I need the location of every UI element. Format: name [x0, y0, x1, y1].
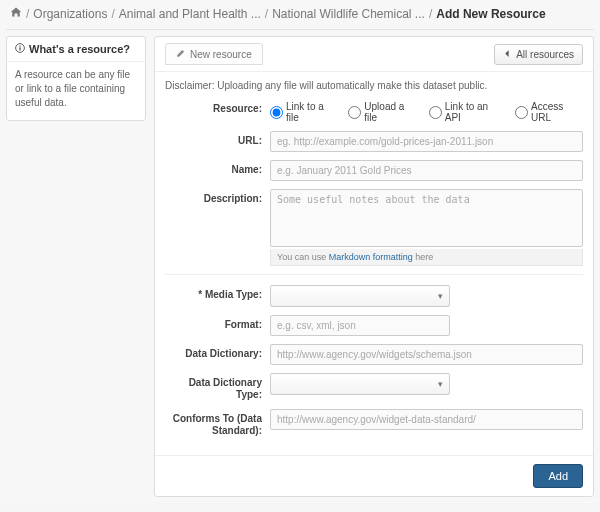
main-panel: New resource All resources Disclaimer: U…: [154, 36, 594, 497]
info-icon: [15, 43, 25, 55]
label-description: Description:: [165, 189, 270, 205]
chevron-down-icon: ▾: [438, 291, 443, 301]
breadcrumb-link[interactable]: National Wildlife Chemical ...: [272, 7, 425, 21]
label-url: URL:: [165, 131, 270, 147]
sidebar-info-box: What's a resource? A resource can be any…: [6, 36, 146, 121]
breadcrumb-sep: /: [429, 7, 432, 21]
sidebar-body: A resource can be any file or link to a …: [7, 62, 145, 120]
all-resources-button[interactable]: All resources: [494, 44, 583, 65]
home-icon[interactable]: [10, 6, 22, 21]
breadcrumb-sep: /: [265, 7, 268, 21]
edit-icon: [176, 48, 186, 60]
svg-rect-2: [19, 46, 20, 47]
label-data-dictionary-type: Data Dictionary Type:: [165, 373, 270, 401]
markdown-link[interactable]: Markdown formatting: [329, 252, 413, 262]
resource-type-radios: Link to a file Upload a file Link to an …: [270, 99, 583, 123]
radio-upload-file[interactable]: Upload a file: [348, 101, 416, 123]
data-dictionary-input[interactable]: [270, 344, 583, 365]
svg-rect-1: [19, 47, 20, 50]
radio-access-url[interactable]: Access URL: [515, 101, 583, 123]
radio-link-api[interactable]: Link to an API: [429, 101, 503, 123]
breadcrumb: / Organizations / Animal and Plant Healt…: [6, 0, 594, 30]
disclaimer-text: Disclaimer: Uploading any file will auto…: [165, 80, 583, 91]
media-type-select[interactable]: ▾: [270, 285, 450, 307]
label-name: Name:: [165, 160, 270, 176]
breadcrumb-link[interactable]: Animal and Plant Health ...: [119, 7, 261, 21]
label-format: Format:: [165, 315, 270, 331]
add-button[interactable]: Add: [533, 464, 583, 488]
label-media-type: * Media Type:: [165, 285, 270, 301]
format-input[interactable]: [270, 315, 450, 336]
sidebar-title: What's a resource?: [7, 37, 145, 62]
breadcrumb-sep: /: [111, 7, 114, 21]
label-resource: Resource:: [165, 99, 270, 115]
all-resources-label: All resources: [516, 49, 574, 60]
sidebar: What's a resource? A resource can be any…: [6, 36, 146, 497]
breadcrumb-link[interactable]: Organizations: [33, 7, 107, 21]
arrow-left-icon: [503, 49, 512, 60]
data-dictionary-type-select[interactable]: ▾: [270, 373, 450, 395]
chevron-down-icon: ▾: [438, 379, 443, 389]
label-conforms-to: Conforms To (Data Standard):: [165, 409, 270, 437]
tab-label: New resource: [190, 49, 252, 60]
breadcrumb-sep: /: [26, 7, 29, 21]
name-input[interactable]: [270, 160, 583, 181]
separator: [165, 274, 583, 275]
description-textarea[interactable]: [270, 189, 583, 247]
tab-new-resource[interactable]: New resource: [165, 43, 263, 65]
breadcrumb-current: Add New Resource: [436, 7, 545, 21]
conforms-to-input[interactable]: [270, 409, 583, 430]
label-data-dictionary: Data Dictionary:: [165, 344, 270, 360]
url-input[interactable]: [270, 131, 583, 152]
sidebar-title-text: What's a resource?: [29, 43, 130, 55]
description-hint: You can use Markdown formatting here: [270, 249, 583, 266]
radio-link-file[interactable]: Link to a file: [270, 101, 336, 123]
